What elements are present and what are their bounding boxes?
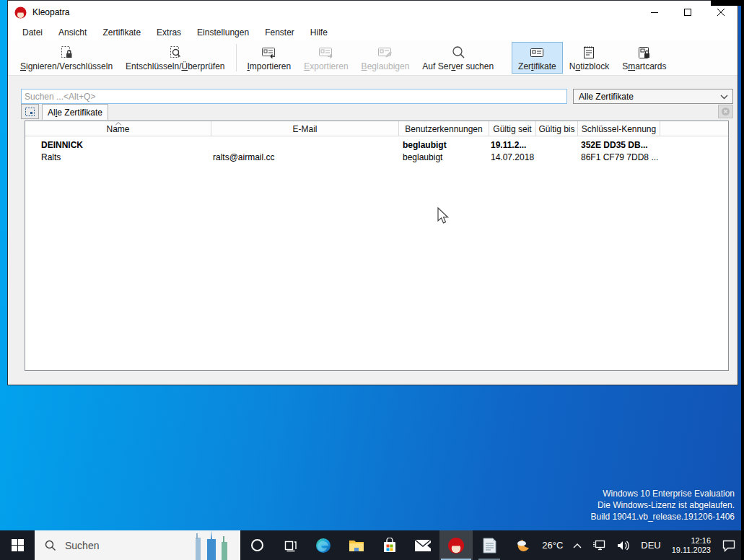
export-certificate-icon [318, 45, 335, 61]
certificates-icon [528, 45, 546, 61]
column-header-valid-until[interactable]: Gültig bis [536, 121, 578, 136]
maximize-button[interactable] [671, 1, 704, 24]
view-notepad-button[interactable]: Notizblock [563, 42, 616, 74]
menu-zertifikate[interactable]: Zertifikate [95, 25, 149, 40]
column-header-email[interactable]: E-Mail [211, 121, 399, 136]
menu-hilfe[interactable]: Hilfe [302, 25, 336, 40]
cell-name: DEINNICK [41, 139, 209, 151]
menu-fenster[interactable]: Fenster [257, 25, 302, 40]
column-header-name[interactable]: Name [25, 121, 211, 136]
view-smartcards-button[interactable]: Smartcards [616, 42, 673, 74]
cell-key-id: 352E DD35 DB... [581, 139, 725, 151]
notepad-taskbar-icon [481, 537, 497, 554]
close-tab-button[interactable] [718, 105, 733, 118]
watermark-line: Windows 10 Enterprise Evaluation [591, 488, 735, 499]
screen-edge [711, 0, 744, 6]
column-label: E-Mail [292, 124, 317, 134]
taskbar: Suchen [0, 530, 741, 560]
weather-temperature[interactable]: 26°C [537, 530, 568, 560]
taskbar-search-box[interactable]: Suchen [35, 530, 240, 560]
certificate-table: Name E-Mail Benutzerkennungen Gültig sei… [25, 121, 729, 371]
task-view-button[interactable] [273, 530, 307, 560]
search-icon [45, 540, 56, 551]
cell-key-id: 86F1 CF79 7DD8 ... [581, 151, 725, 163]
cell-valid-from: 19.11.2... [491, 139, 535, 151]
cell-userids: beglaubigt [403, 139, 488, 151]
certificate-filter-dropdown[interactable]: Alle Zertifikate [573, 89, 733, 104]
import-certificate-icon [261, 45, 278, 61]
column-label: Schlüssel-Kennung [582, 124, 656, 134]
action-center-button[interactable] [717, 530, 741, 560]
certify-button[interactable]: Beglaubigen [355, 42, 416, 74]
action-center-icon [722, 539, 736, 552]
tray-overflow-button[interactable] [568, 530, 587, 560]
sign-encrypt-button[interactable]: Signieren/Verschlüsseln [14, 42, 119, 74]
taskbar-app-kleopatra[interactable] [439, 530, 473, 560]
kleopatra-logo-icon [14, 6, 27, 19]
minimize-button[interactable] [638, 1, 671, 24]
weather-moon-cloud-icon [516, 538, 532, 553]
kleopatra-window: Kleopatra Datei Ansicht Zertifikate Extr… [7, 0, 738, 385]
keyboard-language-button[interactable]: DEU [636, 530, 665, 560]
taskbar-app-notepad[interactable] [473, 530, 506, 560]
table-row[interactable]: Ralts ralts@airmail.cc beglaubigt 14.07.… [25, 151, 728, 163]
close-tab-icon [721, 107, 730, 116]
taskbar-app-file-explorer[interactable] [340, 530, 373, 560]
import-label: Importieren [248, 61, 292, 71]
menu-extras[interactable]: Extras [149, 25, 189, 40]
search-highlight-art [190, 530, 240, 560]
volume-button[interactable] [611, 530, 636, 560]
column-label: Benutzerkennungen [405, 124, 482, 134]
clock-button[interactable]: 12:16 19.11.2023 [666, 536, 717, 555]
certify-icon [377, 45, 394, 61]
column-label: Gültig seit [493, 124, 531, 134]
tray-time: 12:16 [672, 536, 711, 546]
import-button[interactable]: Importieren [241, 42, 298, 74]
cell-valid-until [538, 139, 577, 151]
taskbar-search-placeholder: Suchen [65, 540, 99, 551]
column-header-key-id[interactable]: Schlüssel-Kennung [578, 121, 660, 136]
window-title: Kleopatra [32, 7, 69, 17]
decrypt-verify-button[interactable]: Entschlüsseln/Überprüfen [119, 42, 231, 74]
taskbar-app-mail[interactable] [406, 530, 439, 560]
export-button[interactable]: Exportieren [297, 42, 354, 74]
titlebar[interactable]: Kleopatra [8, 1, 738, 24]
certificate-search-input[interactable] [21, 89, 567, 104]
cortana-button[interactable] [240, 530, 273, 560]
task-view-icon [283, 539, 297, 552]
toolbar-separator [236, 44, 237, 71]
menu-einstellungen[interactable]: Einstellungen [189, 25, 257, 40]
search-server-icon [450, 45, 466, 61]
weather-button[interactable] [511, 530, 537, 560]
view-notepad-label: Notizblock [569, 61, 609, 71]
watermark-line: Build 19041.vb_release.191206-1406 [591, 511, 735, 522]
smartcard-icon [636, 45, 653, 61]
menu-ansicht[interactable]: Ansicht [51, 25, 95, 40]
desktop: Kleopatra Datei Ansicht Zertifikate Extr… [0, 0, 741, 560]
column-header-userids[interactable]: Benutzerkennungen [399, 121, 489, 136]
view-certificates-button[interactable]: Zertifikate [512, 42, 563, 74]
tray-date: 19.11.2023 [672, 546, 711, 555]
table-header: Name E-Mail Benutzerkennungen Gültig sei… [25, 121, 728, 136]
menu-datei[interactable]: Datei [14, 25, 51, 40]
system-tray: 26°C DEU [511, 530, 741, 560]
new-tab-icon [25, 107, 35, 117]
search-server-label: Auf Server suchen [422, 61, 494, 71]
search-server-button[interactable]: Auf Server suchen [416, 42, 500, 74]
minimize-icon [651, 9, 659, 17]
taskbar-app-store[interactable] [373, 530, 406, 560]
start-button[interactable] [0, 530, 35, 560]
cell-name: Ralts [41, 151, 209, 163]
filter-value: Alle Zertifikate [579, 92, 634, 102]
network-button[interactable] [587, 530, 611, 560]
column-header-valid-from[interactable]: Gültig seit [489, 121, 536, 136]
view-smartcards-label: Smartcards [622, 61, 666, 71]
tab-alle-zertifikate[interactable]: Alle Zertifikate [42, 104, 108, 120]
network-icon [592, 540, 606, 551]
taskbar-app-edge[interactable] [307, 530, 340, 560]
new-tab-button[interactable] [21, 104, 39, 119]
windows-logo-icon [12, 539, 24, 551]
table-row[interactable]: DEINNICK beglaubigt 19.11.2... 352E DD35… [25, 139, 728, 151]
cell-email: ralts@airmail.cc [213, 151, 397, 163]
kleopatra-taskbar-icon [447, 537, 465, 554]
